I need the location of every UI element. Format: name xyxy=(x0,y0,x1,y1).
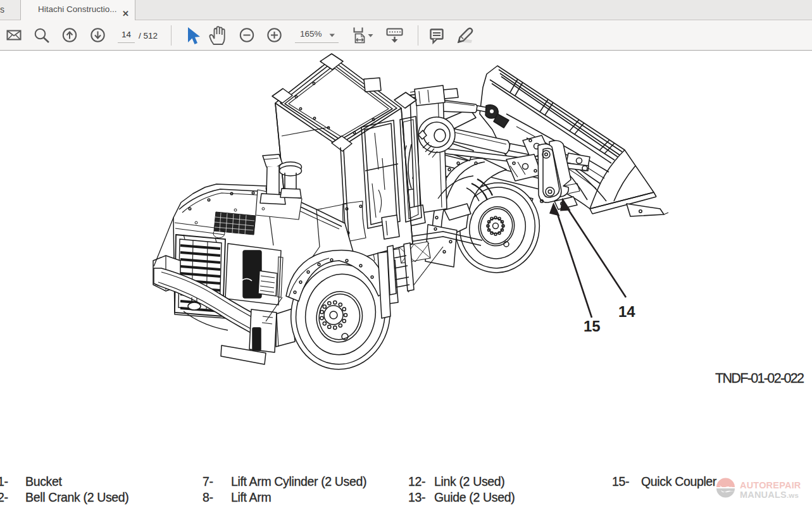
svg-text:AUTOREPAIR: AUTOREPAIR xyxy=(740,480,801,490)
svg-text:MANUALS.ws: MANUALS.ws xyxy=(740,490,799,500)
